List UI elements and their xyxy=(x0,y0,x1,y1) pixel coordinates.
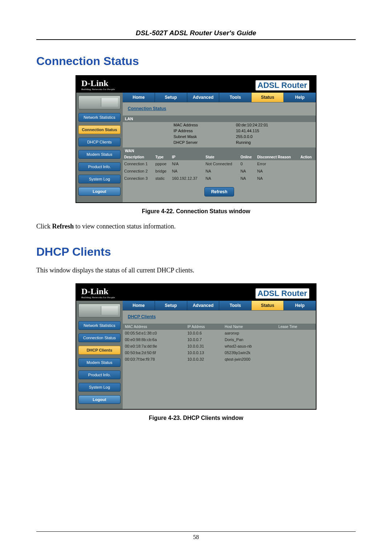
tab-advanced[interactable]: Advanced xyxy=(187,93,220,102)
sidebar: Network Statistics Connection Status DHC… xyxy=(76,301,123,409)
lan-mac-value: 00:de:10:24:22:01 xyxy=(234,122,316,128)
lan-header: LAN xyxy=(123,116,316,122)
wan-cell-action xyxy=(299,160,316,167)
table-row: Connection 2bridgeNANANANA xyxy=(123,167,316,175)
sidebar-item-product-info[interactable]: Product Info. xyxy=(78,162,121,171)
dhcp-cell-host: Doris_Pan xyxy=(222,336,276,343)
wan-cell-type: bridge xyxy=(154,167,171,175)
dlink-body: Network Statistics Connection Status DHC… xyxy=(76,93,316,202)
lan-mac-label: MAC Address xyxy=(123,122,234,128)
sidebar-item-modem-status[interactable]: Modem Status xyxy=(78,358,121,367)
wan-cell-desc: Connection 2 xyxy=(123,167,154,175)
dhcp-cell-host: whsd2-asus-nb xyxy=(222,343,276,349)
wan-cell-desc: Connection 3 xyxy=(123,175,154,182)
lan-dhcp-label: DHCP Server xyxy=(123,139,234,145)
body-text-1c: to view connection status information. xyxy=(74,223,176,230)
sidebar-item-logout[interactable]: Logout xyxy=(78,187,121,196)
wan-col-disconnect-reason: Disconnect Reason xyxy=(256,154,299,160)
tab-setup[interactable]: Setup xyxy=(155,301,187,310)
tab-bar: Home Setup Advanced Tools Status Help xyxy=(123,301,316,311)
dhcp-cell-mac: 00:50:ba:2d:50:6f xyxy=(123,349,185,356)
tab-status[interactable]: Status xyxy=(252,301,284,310)
body-text-1a: Click xyxy=(36,223,52,230)
section-title-dhcp-clients: DHCP Clients xyxy=(36,245,356,259)
dlink-product-label: ADSL Router xyxy=(256,80,310,90)
wan-cell-type: pppoe xyxy=(154,160,171,167)
dlink-body: Network Statistics Connection Status DHC… xyxy=(76,301,316,409)
wan-cell-action xyxy=(299,167,316,175)
dhcp-table: MAC Address IP Address Host Name Lease T… xyxy=(123,324,316,362)
wan-cell-online: NA xyxy=(239,167,256,175)
table-row: 00:e0:18:7a:dd:8e10.0.0.31whsd2-asus-nb xyxy=(123,343,316,349)
table-row: 00:05:5d:e1:38:c010.0.0.6aaronxp xyxy=(123,330,316,336)
wan-cell-state: NA xyxy=(204,175,239,182)
wan-cell-type: static xyxy=(154,175,171,182)
dlink-top-bar: D-Link Building Networks for People ADSL… xyxy=(76,284,316,301)
tab-help[interactable]: Help xyxy=(284,93,316,102)
wan-cell-online: 0 xyxy=(239,160,256,167)
dhcp-cell-ip: 10.0.0.6 xyxy=(185,330,222,336)
table-row: 00:50:ba:2d:50:6f10.0.0.1305239p1win2k xyxy=(123,349,316,356)
content-title: Connection Status xyxy=(128,106,311,111)
table-row: 00:03:7f:be:f9:7810.0.0.32qtest-jwin2000 xyxy=(123,356,316,362)
wan-col-ip: IP xyxy=(171,154,204,160)
dhcp-cell-ip: 10.0.0.7 xyxy=(185,336,222,343)
tab-setup[interactable]: Setup xyxy=(155,93,187,102)
sidebar-item-modem-status[interactable]: Modem Status xyxy=(78,150,121,159)
tab-status[interactable]: Status xyxy=(252,93,284,102)
sidebar-item-system-log[interactable]: System Log xyxy=(78,175,121,183)
document-page: DSL-502T ADSL Router User's Guide Connec… xyxy=(0,0,392,555)
tab-home[interactable]: Home xyxy=(123,301,155,310)
dlink-brand-subtext: Building Networks for People xyxy=(81,88,115,90)
dhcp-cell-ip: 10.0.0.31 xyxy=(185,343,222,349)
tab-advanced[interactable]: Advanced xyxy=(187,301,220,310)
figure-caption-1: Figure 4-22. Connection Status window xyxy=(36,208,356,215)
wan-col-online: Online xyxy=(239,154,256,160)
device-graphic-icon xyxy=(78,304,121,317)
wan-cell-action xyxy=(299,175,316,182)
wan-col-action: Action xyxy=(299,154,316,160)
sidebar-item-logout[interactable]: Logout xyxy=(78,395,121,404)
lan-ip-label: IP Address xyxy=(123,128,234,134)
dhcp-cell-lease xyxy=(276,349,316,356)
wan-cell-ip: NA xyxy=(171,167,204,175)
sidebar-item-product-info[interactable]: Product Info. xyxy=(78,370,121,379)
dhcp-cell-lease xyxy=(276,336,316,343)
dhcp-cell-lease xyxy=(276,356,316,362)
lan-mask-value: 255.0.0.0 xyxy=(234,134,316,139)
table-row: IP Address10.41.44.115 xyxy=(123,128,316,134)
tab-home[interactable]: Home xyxy=(123,93,155,102)
dhcp-cell-mac: 00:05:5d:e1:38:c0 xyxy=(123,330,185,336)
document-header: DSL-502T ADSL Router User's Guide xyxy=(36,29,356,40)
sidebar-item-network-statistics[interactable]: Network Statistics xyxy=(78,321,121,330)
refresh-button[interactable]: Refresh xyxy=(204,187,234,197)
refresh-wrap: Refresh xyxy=(123,187,316,197)
wan-cell-state: Not Connected xyxy=(204,160,239,167)
table-row: Connection 3static160.192.12.37NANANA xyxy=(123,175,316,182)
tab-help[interactable]: Help xyxy=(284,301,316,310)
sidebar-item-connection-status[interactable]: Connection Status xyxy=(78,333,121,342)
sidebar-item-connection-status[interactable]: Connection Status xyxy=(78,125,121,134)
lan-table: MAC Address00:de:10:24:22:01 IP Address1… xyxy=(123,122,316,145)
sidebar-item-network-statistics[interactable]: Network Statistics xyxy=(78,113,121,122)
dlink-brand-subtext: Building Networks for People xyxy=(81,296,115,299)
sidebar-item-dhcp-clients[interactable]: DHCP Clients xyxy=(78,138,121,146)
sidebar-item-dhcp-clients[interactable]: DHCP Clients xyxy=(78,346,121,355)
dhcp-cell-mac: 00:e0:98:8b:cb:6a xyxy=(123,336,185,343)
dhcp-cell-host: aaronxp xyxy=(222,330,276,336)
wan-cell-ip: N/A xyxy=(171,160,204,167)
dhcp-cell-ip: 10.0.0.32 xyxy=(185,356,222,362)
tab-tools[interactable]: Tools xyxy=(219,301,252,310)
wan-col-description: Description xyxy=(123,154,154,160)
body-text-2: This window displays the status of all c… xyxy=(36,266,356,275)
wan-cell-online: NA xyxy=(239,175,256,182)
sidebar-item-system-log[interactable]: System Log xyxy=(78,383,121,392)
tab-tools[interactable]: Tools xyxy=(219,93,252,102)
main-panel: Home Setup Advanced Tools Status Help DH… xyxy=(123,301,316,409)
body-text-1: Click Refresh to view connection status … xyxy=(36,222,356,231)
lan-mask-label: Subnet Mask xyxy=(123,134,234,139)
table-row: MAC Address00:de:10:24:22:01 xyxy=(123,122,316,128)
dlink-brand-text: D-Link xyxy=(81,78,109,88)
table-row: 00:e0:98:8b:cb:6a10.0.0.7Doris_Pan xyxy=(123,336,316,343)
dhcp-cell-mac: 00:e0:18:7a:dd:8e xyxy=(123,343,185,349)
